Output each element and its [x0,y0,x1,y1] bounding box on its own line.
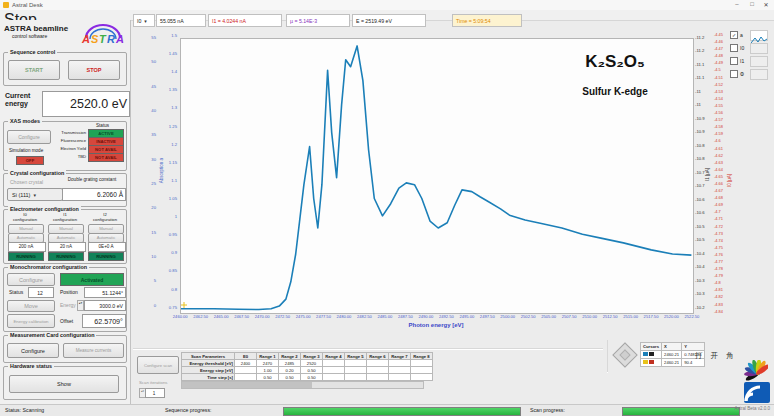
legend-label: I1 [740,58,748,64]
tick-label: 2512.50 [600,314,620,319]
tick-label: 2480.00 [334,314,354,319]
scan-cell[interactable]: 1.00 [257,367,279,374]
legend-checkbox[interactable] [730,57,738,65]
scan-iterations-value[interactable]: 1 [145,388,165,398]
tick-label: 2490.00 [416,314,436,319]
legend-label: I0 [740,45,748,51]
stop-button[interactable]: STOP [68,60,120,80]
mono-energy-value[interactable]: 3000.0 eV [84,300,126,311]
tick-label: 0 [134,304,156,308]
energy-calibration-button[interactable]: Energy calibration [7,314,55,328]
measure-currents-button[interactable]: Measure currents [63,343,124,358]
configure-scan-button[interactable]: Configure scan [137,356,179,374]
scan-cell[interactable] [367,367,389,374]
tick-label: 0.8 [159,288,177,292]
scan-cell[interactable] [389,367,411,374]
show-button[interactable]: Show [9,375,119,393]
scan-cell[interactable] [345,374,367,381]
scan-cell[interactable]: 2520 [301,360,323,367]
scan-cell[interactable] [389,374,411,381]
legend-label: Φ [740,71,748,77]
minimize-icon[interactable]: – [730,1,744,9]
legend-checkbox[interactable] [730,44,738,52]
scan-cell[interactable] [323,367,345,374]
tick-label: -4.62 [714,154,730,158]
tick-label: -4.48 [714,54,730,58]
energy-readout: E = 2519.49 eV [352,14,426,27]
crystal-select[interactable]: Si (111) [7,188,63,201]
scan-cell[interactable]: 2400 [235,360,257,367]
tick-label: 45 [134,85,156,89]
tick-label: -10.3 [695,279,711,283]
tick-label: 2462.50 [190,314,210,319]
divider [607,340,608,372]
legend-curve-preview [750,56,768,67]
scan-cell[interactable] [235,374,257,381]
scan-cell[interactable]: 0.50 [257,374,279,381]
simulation-mode-badge[interactable]: OFF [16,156,44,165]
legend-checkbox[interactable] [730,70,738,78]
scan-cell[interactable] [345,360,367,367]
legend-curve-preview [750,43,768,54]
scan-cell[interactable] [367,374,389,381]
tick-label: 2492.50 [436,314,456,319]
tick-label: -10.9 [695,117,711,121]
tick-label: -10.6 [695,211,711,215]
scan-cell[interactable] [411,374,433,381]
legend-item[interactable]: Φ [730,69,772,79]
scan-iterations-label: Scan iterations [139,380,167,385]
legend-label: a [740,32,748,38]
tick-label: -4.81 [714,288,730,292]
tick-label: 1.2 [159,143,177,147]
scan-cell[interactable] [389,360,411,367]
card-configure-button[interactable]: Configure [7,343,59,358]
scan-cell[interactable] [367,360,389,367]
energy-spinner-arrows-icon[interactable]: ▴▾ [77,300,84,311]
xas-configure-button[interactable]: Configure [7,130,51,144]
maximize-icon[interactable]: □ [745,1,759,9]
legend-item[interactable]: I0 [730,43,772,53]
tick-label: 1.15 [159,161,177,165]
tick-label: 0.85 [159,269,177,273]
tick-label: -10.5 [695,225,711,229]
plot-area[interactable] [180,38,694,314]
scan-cell[interactable]: 0.20 [279,367,301,374]
scan-cell[interactable]: 2470 [257,360,279,367]
i0-channel-select[interactable]: I0 [133,14,155,27]
sequence-progress-bar [283,407,521,416]
scan-cell[interactable] [411,360,433,367]
tick-label: 2487.50 [395,314,415,319]
cursor-color-chip [649,360,654,364]
scan-cell[interactable]: 0.50 [279,374,301,381]
scan-cell[interactable] [345,367,367,374]
start-button[interactable]: START [8,60,60,80]
move-button[interactable]: Move [7,300,55,312]
legend-checkbox[interactable]: ✓ [730,31,738,39]
xas-row-label: Electron Yield [52,146,86,151]
scan-cell[interactable] [411,367,433,374]
tick-label: 15 [134,231,156,235]
svg-text:T: T [99,33,107,45]
table-col-header: Range 2 [279,353,301,360]
tick-label: -4.72 [714,225,730,229]
scan-cell[interactable] [323,360,345,367]
scan-cell[interactable] [323,374,345,381]
legend-item[interactable]: ✓a [730,30,772,40]
app-title: ASTRA beamline [4,24,68,33]
legend-item[interactable]: I1 [730,56,772,66]
scrollbar-thumb[interactable] [182,382,312,388]
scan-cell[interactable]: 2485 [279,360,301,367]
close-icon[interactable]: ✕ [759,1,773,9]
table-row-header: Energy threshold [eV] [182,360,235,367]
scan-cell[interactable]: 0.50 [301,374,323,381]
table-scrollbar[interactable] [181,381,424,389]
tick-label: -10.4 [695,265,711,269]
table-col-header: E0 [235,353,257,360]
mono-configure-button[interactable]: Configure [7,273,55,286]
scan-cell[interactable]: 0.50 [301,367,323,374]
scan-cell[interactable] [235,367,257,374]
tick-label: 2470.00 [252,314,272,319]
running-badge: RUNNING [8,252,44,261]
tick-label: 35 [134,133,156,137]
mono-position-label: Position [60,289,78,295]
